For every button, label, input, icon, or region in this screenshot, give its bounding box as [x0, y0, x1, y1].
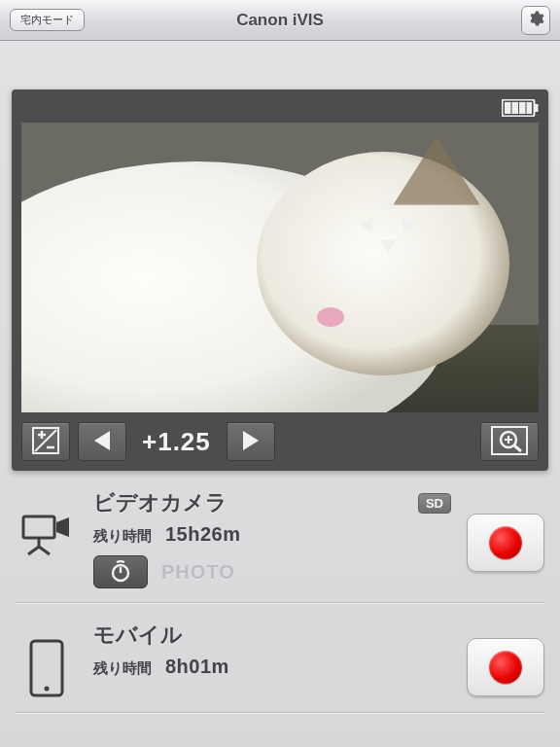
svg-marker-14 [56, 517, 69, 537]
mobile-icon [16, 621, 78, 698]
device-row-mobile: モバイル 残り時間 8h01m [16, 621, 544, 713]
ev-toggle-button[interactable] [21, 422, 70, 461]
svg-rect-3 [519, 102, 526, 114]
record-icon [489, 526, 522, 559]
self-timer-icon [109, 559, 132, 586]
top-bar: 宅内モード Canon iVIS [0, 0, 560, 41]
triangle-left-icon [92, 429, 112, 455]
svg-point-21 [45, 687, 50, 692]
svg-line-17 [39, 547, 50, 554]
plus-minus-icon [32, 427, 59, 457]
svg-rect-5 [535, 104, 539, 112]
mobile-remain-label: 残り時間 [93, 659, 152, 678]
svg-marker-8 [94, 431, 110, 450]
self-timer-button[interactable] [93, 555, 148, 588]
mobile-title: モバイル [93, 621, 183, 650]
mobile-record-button[interactable] [467, 638, 544, 696]
viewfinder-panel: +1.25 [12, 89, 548, 471]
zoom-in-button[interactable] [480, 422, 539, 461]
svg-rect-1 [505, 102, 511, 114]
camcorder-icon [16, 488, 78, 556]
live-preview[interactable] [21, 123, 539, 412]
ev-value: +1.25 [134, 427, 219, 457]
device-row-camera: ビデオカメラ SD 残り時間 15h26m PHOTO [16, 488, 544, 603]
svg-marker-9 [243, 431, 259, 450]
record-icon [489, 651, 522, 684]
settings-button[interactable] [521, 6, 550, 35]
magnify-plus-icon [491, 426, 528, 458]
ev-decrease-button[interactable] [78, 422, 126, 461]
photo-label: PHOTO [161, 561, 235, 584]
mode-button[interactable]: 宅内モード [10, 9, 85, 31]
svg-rect-4 [527, 102, 533, 114]
gear-icon [527, 10, 544, 30]
svg-line-12 [514, 445, 521, 451]
exposure-strip: +1.25 [21, 412, 539, 461]
camera-remain-value: 15h26m [165, 523, 241, 546]
mobile-remain-value: 8h01m [165, 656, 229, 678]
camera-remain-label: 残り時間 [93, 527, 152, 546]
svg-rect-13 [23, 516, 54, 538]
storage-badge: SD [418, 493, 451, 514]
battery-icon [502, 99, 539, 117]
triangle-right-icon [241, 429, 261, 455]
svg-rect-2 [512, 102, 519, 114]
camera-record-button[interactable] [467, 514, 544, 572]
svg-line-16 [28, 547, 39, 554]
ev-increase-button[interactable] [227, 422, 275, 461]
camera-title: ビデオカメラ [93, 488, 228, 517]
